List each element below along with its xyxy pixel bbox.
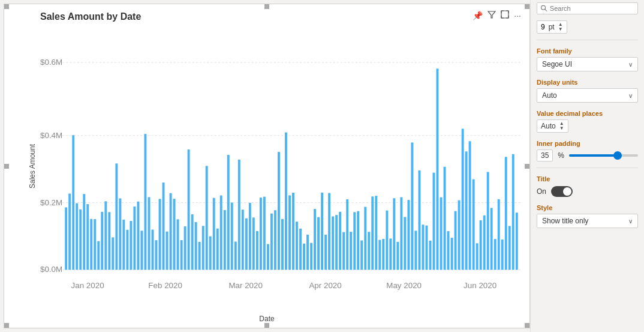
padding-slider-thumb[interactable] [613, 151, 622, 160]
resize-handle-tl[interactable] [4, 4, 9, 9]
svg-rect-18 [94, 219, 96, 270]
svg-rect-19 [97, 241, 100, 270]
svg-rect-67 [270, 214, 273, 270]
style-label: Style [537, 204, 638, 211]
svg-rect-39 [170, 193, 172, 270]
svg-rect-79 [314, 209, 316, 270]
svg-rect-89 [350, 232, 352, 270]
svg-rect-85 [335, 215, 338, 270]
title-toggle-label: On [537, 187, 546, 196]
font-size-box[interactable]: 9 pt ▲ ▼ [537, 20, 567, 34]
svg-rect-114 [440, 198, 443, 270]
search-row[interactable] [537, 2, 638, 14]
padding-pct: % [558, 151, 564, 160]
svg-rect-49 [206, 166, 208, 270]
resize-handle-tm[interactable] [264, 4, 269, 9]
svg-rect-13 [76, 204, 78, 270]
svg-rect-68 [274, 210, 276, 270]
value-decimal-spinner[interactable]: ▲ ▼ [559, 121, 564, 131]
svg-rect-115 [444, 167, 446, 270]
svg-text:Mar 2020: Mar 2020 [228, 281, 263, 290]
svg-rect-64 [260, 198, 262, 270]
svg-text:Jun 2020: Jun 2020 [464, 281, 496, 290]
font-family-section: Font family Segoe UI ∨ [537, 46, 638, 71]
padding-slider-track[interactable] [569, 154, 638, 157]
svg-rect-38 [166, 232, 168, 270]
svg-rect-124 [476, 243, 479, 270]
svg-rect-99 [386, 211, 388, 270]
svg-rect-126 [483, 216, 486, 270]
expand-icon[interactable] [501, 10, 509, 20]
svg-rect-23 [112, 237, 114, 270]
more-icon[interactable]: ··· [514, 11, 521, 20]
divider-1 [537, 40, 638, 40]
resize-handle-tr[interactable] [525, 4, 529, 9]
resize-handle-rm[interactable] [525, 164, 529, 169]
chart-toolbar: 📌 ··· [473, 10, 521, 20]
display-units-dropdown[interactable]: Auto ∨ [537, 88, 638, 103]
svg-rect-45 [191, 214, 194, 270]
svg-rect-62 [252, 217, 255, 270]
svg-rect-80 [317, 217, 320, 270]
svg-rect-25 [119, 198, 121, 270]
svg-rect-87 [342, 232, 345, 270]
svg-rect-86 [339, 212, 341, 270]
chart-container: Sales Amount by Date 📌 ··· Sales Amount [4, 4, 530, 328]
svg-rect-127 [487, 172, 489, 270]
padding-row: 35 % [537, 149, 638, 161]
title-toggle-track[interactable] [551, 186, 573, 197]
search-input[interactable] [550, 5, 634, 12]
spinner-down[interactable]: ▼ [558, 27, 563, 32]
svg-rect-54 [224, 210, 226, 270]
decimal-down[interactable]: ▼ [559, 126, 564, 131]
svg-rect-111 [429, 241, 432, 270]
svg-rect-63 [256, 231, 258, 270]
resize-handle-lm[interactable] [4, 164, 9, 169]
font-size-spinner[interactable]: ▲ ▼ [558, 22, 563, 32]
svg-rect-90 [353, 212, 356, 270]
svg-rect-43 [184, 226, 186, 270]
svg-rect-31 [141, 231, 143, 270]
padding-value-box[interactable]: 35 [537, 149, 553, 161]
font-family-dropdown[interactable]: Segoe UI ∨ [537, 57, 638, 71]
padding-value: 35 [541, 151, 549, 160]
svg-rect-94 [368, 232, 370, 270]
svg-rect-108 [419, 171, 421, 270]
svg-rect-77 [306, 235, 309, 270]
title-toggle-knob [563, 187, 571, 196]
resize-handle-bm[interactable] [264, 323, 269, 328]
title-toggle-switch[interactable] [551, 186, 573, 197]
style-chevron: ∨ [628, 218, 633, 225]
svg-text:Jan 2020: Jan 2020 [71, 281, 104, 290]
svg-rect-121 [465, 151, 468, 270]
svg-rect-107 [414, 231, 417, 270]
filter-icon[interactable] [487, 10, 496, 20]
resize-handle-br[interactable] [525, 323, 529, 328]
value-decimal-section: Value decimal places Auto ▲ ▼ [537, 109, 638, 133]
svg-rect-82 [324, 235, 327, 270]
svg-rect-44 [188, 149, 190, 270]
svg-rect-47 [198, 242, 201, 270]
svg-rect-101 [393, 198, 395, 270]
font-family-value: Segoe UI [542, 60, 572, 68]
svg-point-142 [541, 5, 546, 10]
inner-padding-section: Inner padding 35 % [537, 139, 638, 161]
svg-rect-69 [278, 152, 280, 270]
svg-rect-14 [79, 210, 82, 270]
svg-rect-104 [404, 217, 406, 270]
svg-rect-59 [242, 210, 244, 270]
svg-rect-40 [173, 199, 176, 270]
style-dropdown[interactable]: Show title only ∨ [537, 214, 638, 228]
svg-text:$0.4M: $0.4M [40, 131, 62, 140]
display-units-section: Display units Auto ∨ [537, 77, 638, 103]
title-section: Title On [537, 174, 638, 197]
font-size-row: 9 pt ▲ ▼ [537, 20, 638, 34]
pin-icon[interactable]: 📌 [473, 11, 483, 20]
resize-handle-bl[interactable] [4, 323, 9, 328]
svg-rect-74 [296, 222, 298, 270]
value-decimal-stepper[interactable]: Auto ▲ ▼ [537, 119, 568, 133]
value-decimal-value: Auto [541, 122, 556, 130]
svg-rect-30 [137, 202, 140, 270]
svg-rect-123 [473, 180, 475, 270]
svg-rect-16 [86, 204, 89, 270]
